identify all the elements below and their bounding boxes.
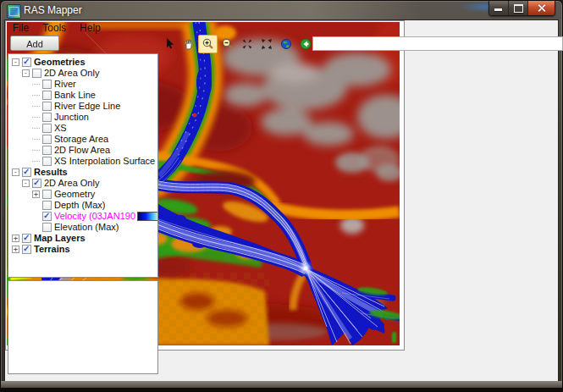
checkbox-icon[interactable] [42,91,52,100]
checkbox-checked-icon[interactable] [22,168,31,177]
tree-item-river[interactable]: River [8,79,157,90]
menu-file[interactable]: File [7,21,35,35]
client-area: File Tools Help Add Data ... [4,19,559,382]
checkbox-checked-icon[interactable] [22,234,31,243]
zoom-in-tool-button[interactable] [198,35,218,53]
tree-item-storage-area[interactable]: Storage Area [8,134,157,145]
menu-help[interactable]: Help [74,21,107,35]
ras-mapper-window: RAS Mapper File Tools Help Add Data ... [0,0,563,392]
tree-connector [32,157,40,165]
back-arrow-icon [299,37,312,51]
collapse-icon[interactable]: - [12,58,19,66]
checkbox-checked-icon[interactable] [22,245,31,254]
tree-item-xs[interactable]: XS [8,123,157,134]
close-icon [537,3,546,13]
expand-icon[interactable]: + [12,246,19,253]
tree-item-velocity[interactable]: Velocity (03JAN190 [8,211,157,222]
arrows-inward-icon [240,37,254,51]
tree-connector [32,91,40,99]
tree-connector [32,113,40,121]
tree-item-river-edge-line[interactable]: River Edge Line [8,101,157,112]
tree-item-bank-line[interactable]: Bank Line [8,90,157,101]
hand-icon [182,37,196,51]
checkbox-checked-icon[interactable] [22,58,31,67]
tree-connector [32,135,40,143]
checkbox-icon[interactable] [42,201,52,210]
zoom-out-tool-button[interactable] [218,35,237,53]
add-data-button[interactable]: Add Data ... [10,36,59,51]
tree-connector [32,146,40,154]
maximize-button[interactable] [509,1,528,15]
menu-tools[interactable]: Tools [36,21,72,35]
desktop: RAS Mapper File Tools Help Add Data ... [0,0,563,392]
layer-tree-panel: -Geometries -2D Area Only River Bank Lin… [8,53,158,278]
window-bottom-edge [1,388,562,391]
tree-item-depth-max[interactable]: Depth (Max) [8,200,157,211]
minimize-button[interactable] [489,1,509,15]
checkbox-icon[interactable] [42,113,52,122]
select-tool-button[interactable] [159,35,179,53]
zoom-in-icon [201,37,215,51]
velocity-color-ramp [137,212,158,221]
tree-item-xs-interpolation-surface[interactable]: XS Interpolation Surface [8,156,157,167]
cursor-icon [163,37,176,51]
minimize-icon [494,8,502,11]
zoom-window-tool-button[interactable] [237,35,257,53]
tree-connector [32,80,40,88]
pan-tool-button[interactable] [179,35,198,53]
tree-item-terrains[interactable]: +Terrains [8,244,157,255]
checkbox-icon[interactable] [42,190,52,199]
toolbar: Add Data ... [5,35,558,53]
menu-bar: File Tools Help [5,20,558,35]
collapse-icon[interactable]: - [22,69,30,77]
close-button[interactable] [528,1,555,15]
maximize-icon [514,4,523,13]
collapse-icon[interactable]: - [12,168,19,176]
expand-icon[interactable]: + [32,190,40,198]
collapse-icon[interactable]: - [22,179,30,187]
web-imagery-tool-button[interactable] [276,35,295,53]
checkbox-icon[interactable] [42,157,52,166]
globe-icon [279,37,293,51]
checkbox-icon[interactable] [42,135,52,144]
expand-icon[interactable]: + [12,235,19,242]
layer-tree: -Geometries -2D Area Only River Bank Lin… [8,54,157,255]
window-title: RAS Mapper [24,4,82,16]
checkbox-checked-icon[interactable] [32,179,41,188]
tree-item-2d-flow-area[interactable]: 2D Flow Area [8,145,157,156]
status-box[interactable] [312,36,563,51]
checkbox-checked-icon[interactable] [42,212,52,221]
tree-connector [32,102,40,110]
tree-item-map-layers[interactable]: +Map Layers [8,233,157,244]
zoom-extents-tool-button[interactable] [257,35,276,53]
checkbox-icon[interactable] [42,102,52,111]
checkbox-icon[interactable] [32,69,41,78]
checkbox-icon[interactable] [42,223,52,232]
tree-item-elevation-max[interactable]: Elevation (Max) [8,222,157,233]
tree-item-results-2d-area-only[interactable]: -2D Area Only [8,178,157,189]
checkbox-icon[interactable] [42,80,52,89]
arrows-outward-icon [260,37,273,51]
tree-connector [32,124,40,132]
caption-buttons [488,1,555,16]
checkbox-icon[interactable] [42,146,52,155]
tree-item-junction[interactable]: Junction [8,112,157,123]
tree-item-results-geometry[interactable]: +Geometry [8,189,157,200]
tree-item-results[interactable]: -Results [8,167,157,178]
title-bar[interactable]: RAS Mapper [1,1,562,19]
checkbox-icon[interactable] [42,124,52,133]
layer-properties-panel [8,280,158,374]
app-icon [7,4,21,19]
zoom-out-icon [221,37,235,51]
tree-item-geometries[interactable]: -Geometries [8,57,157,68]
tree-item-2d-area-only[interactable]: -2D Area Only [8,68,157,79]
